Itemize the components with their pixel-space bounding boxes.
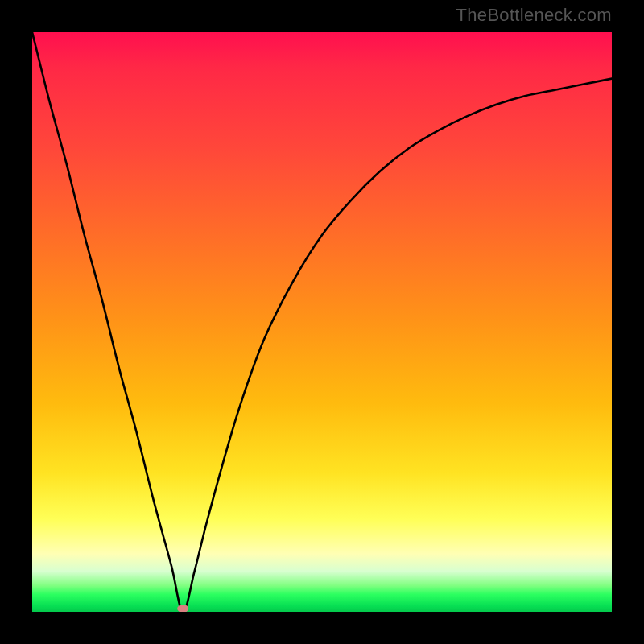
plot-area [32,32,612,612]
bottleneck-curve [32,32,612,612]
watermark-text: TheBottleneck.com [456,5,612,26]
chart-frame: TheBottleneck.com [0,0,644,644]
curve-path [32,32,612,612]
